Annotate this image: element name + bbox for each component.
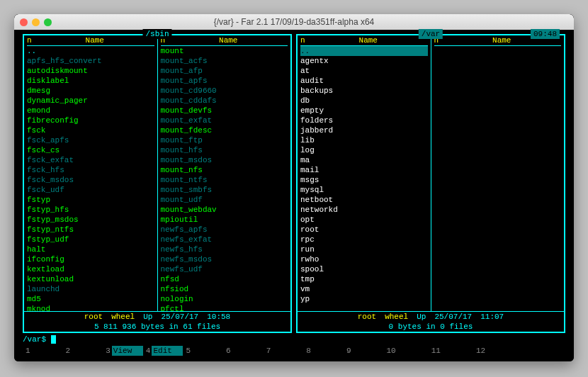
list-item[interactable]: nfsd	[161, 274, 288, 284]
list-item[interactable]: msgs	[300, 175, 428, 185]
fkey-8[interactable]: 8	[303, 346, 344, 356]
list-item[interactable]: halt	[27, 244, 154, 254]
list-item[interactable]: mount	[161, 46, 288, 56]
list-item[interactable]: ..	[27, 46, 154, 56]
column-header[interactable]: nName	[161, 35, 288, 46]
list-item[interactable]: fsck	[27, 125, 154, 135]
list-item[interactable]: emond	[27, 106, 154, 116]
fkey-5[interactable]: 5	[183, 346, 223, 356]
list-item[interactable]: mount_udf	[161, 195, 288, 205]
fkey-9[interactable]: 9	[344, 346, 384, 356]
list-item[interactable]: mail	[300, 165, 428, 175]
list-item[interactable]: nologin	[161, 294, 288, 304]
list-item[interactable]: yp	[300, 294, 428, 304]
list-item[interactable]: tmp	[300, 274, 428, 284]
list-item[interactable]: mount_exfat	[161, 116, 288, 125]
list-item[interactable]: mysql	[300, 185, 428, 195]
list-item[interactable]: at	[300, 66, 428, 76]
list-item[interactable]: autodiskmount	[27, 66, 154, 76]
list-item[interactable]: disklabel	[27, 76, 154, 86]
list-item[interactable]: vm	[300, 284, 428, 294]
list-item[interactable]: mpioutil	[161, 215, 288, 225]
list-item[interactable]: spool	[300, 264, 428, 274]
list-item[interactable]: ..	[300, 46, 428, 56]
list-item[interactable]: mount_hfs	[161, 145, 288, 155]
fkey-10[interactable]: 10	[383, 346, 428, 356]
column-header[interactable]: nName	[300, 35, 428, 46]
list-item[interactable]: mount_msdos	[161, 155, 288, 165]
list-item[interactable]: fsck_cs	[27, 145, 154, 155]
list-item[interactable]: lib	[300, 135, 428, 145]
list-item[interactable]: fsck_apfs	[27, 135, 154, 145]
fkey-1[interactable]: 1	[23, 346, 63, 356]
list-item[interactable]: opt	[300, 215, 428, 225]
list-item[interactable]: mount_ftp	[161, 135, 288, 145]
list-item[interactable]: fsck_msdos	[27, 175, 154, 185]
list-item[interactable]: audit	[300, 76, 428, 86]
list-item[interactable]: fstyp_hfs	[27, 205, 154, 215]
list-item[interactable]: fibreconfig	[27, 116, 154, 125]
list-item[interactable]: mount_fdesc	[161, 125, 288, 135]
list-item[interactable]: fstyp_udf	[27, 235, 154, 244]
list-item[interactable]: mount_smbfs	[161, 185, 288, 195]
list-item[interactable]: empty	[300, 106, 428, 116]
fkey-4[interactable]: 4Edit	[143, 346, 183, 356]
panel-right-path[interactable]: /var	[419, 29, 443, 39]
list-item[interactable]: newfs_msdos	[161, 254, 288, 264]
fkey-2[interactable]: 2	[63, 346, 103, 356]
list-item[interactable]: rwho	[300, 254, 428, 264]
list-item[interactable]: folders	[300, 116, 428, 125]
list-item[interactable]: newfs_apfs	[161, 225, 288, 235]
list-item[interactable]: kextload	[27, 264, 154, 274]
list-item[interactable]: netboot	[300, 195, 428, 205]
list-item[interactable]: jabberd	[300, 125, 428, 135]
list-item[interactable]: agentx	[300, 56, 428, 66]
list-item[interactable]: fstyp	[27, 195, 154, 205]
list-item[interactable]: log	[300, 145, 428, 155]
fkey-11[interactable]: 11	[429, 346, 473, 356]
list-item[interactable]: newfs_exfat	[161, 235, 288, 244]
panel-left-path[interactable]: /sbin	[142, 29, 171, 39]
list-item[interactable]: fsck_udf	[27, 185, 154, 195]
list-item[interactable]: fsck_hfs	[27, 165, 154, 175]
column-header[interactable]: nName	[27, 35, 154, 46]
list-item[interactable]: ifconfig	[27, 254, 154, 264]
panel-left[interactable]: /sbin nName..apfs_hfs_convertautodiskmou…	[23, 34, 292, 333]
fkey-7[interactable]: 7	[264, 346, 304, 356]
list-item[interactable]: mount_ntfs	[161, 175, 288, 185]
fkey-3[interactable]: 3View	[103, 346, 143, 356]
list-item[interactable]: db	[300, 96, 428, 106]
list-item[interactable]: root	[300, 225, 428, 235]
list-item[interactable]: networkd	[300, 205, 428, 215]
list-item[interactable]: backups	[300, 86, 428, 96]
list-item[interactable]: dynamic_pager	[27, 96, 154, 106]
list-item[interactable]: md5	[27, 294, 154, 304]
list-item[interactable]: newfs_udf	[161, 264, 288, 274]
list-item[interactable]: nfsiod	[161, 284, 288, 294]
list-item[interactable]: mount_afp	[161, 66, 288, 76]
list-item[interactable]: apfs_hfs_convert	[27, 56, 154, 66]
fkey-12[interactable]: 12	[473, 346, 518, 356]
list-item[interactable]: mount_nfs	[161, 165, 288, 175]
list-item[interactable]: mount_cd9660	[161, 86, 288, 96]
list-item[interactable]: mount_devfs	[161, 106, 288, 116]
list-item[interactable]: fsck_exfat	[27, 155, 154, 165]
list-item[interactable]: mknod	[27, 304, 154, 311]
list-item[interactable]: kextunload	[27, 274, 154, 284]
list-item[interactable]: rpc	[300, 235, 428, 244]
command-line[interactable]: /var$	[23, 333, 565, 346]
list-item[interactable]: mount_acfs	[161, 56, 288, 66]
list-item[interactable]: mount_apfs	[161, 76, 288, 86]
titlebar[interactable]: {/var} - Far 2.1 17/09/19-da351ff-alpha …	[14, 14, 574, 30]
list-item[interactable]: run	[300, 244, 428, 254]
list-item[interactable]: newfs_hfs	[161, 244, 288, 254]
panel-right[interactable]: /var 09:48 nName..agentxatauditbackupsdb…	[296, 34, 565, 333]
list-item[interactable]: mount_webdav	[161, 205, 288, 215]
list-item[interactable]: pfctl	[161, 304, 288, 311]
list-item[interactable]: ma	[300, 155, 428, 165]
list-item[interactable]: mount_cddafs	[161, 96, 288, 106]
fkey-6[interactable]: 6	[223, 346, 264, 356]
list-item[interactable]: fstyp_msdos	[27, 215, 154, 225]
list-item[interactable]: dmesg	[27, 86, 154, 96]
list-item[interactable]: launchd	[27, 284, 154, 294]
